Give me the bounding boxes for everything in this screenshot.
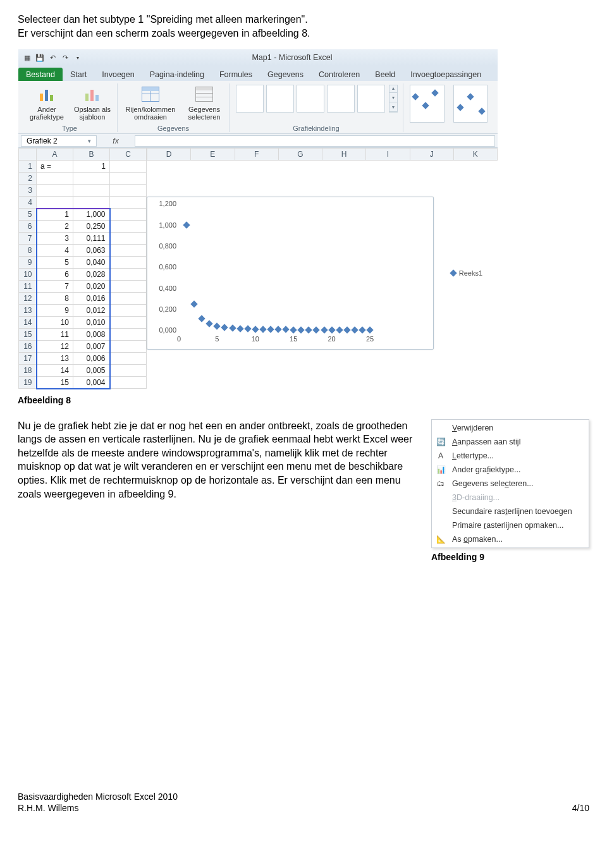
cell-C[interactable] — [110, 305, 147, 317]
col-C[interactable]: C — [110, 149, 147, 161]
cell-B[interactable]: 0,016 — [73, 293, 110, 305]
cell-C[interactable] — [110, 365, 147, 377]
context-menu-item[interactable]: 📐As opmaken... — [432, 532, 589, 546]
context-menu-item[interactable]: 🗂Gegevens selecteren... — [432, 477, 589, 491]
cell-A[interactable]: 11 — [37, 329, 73, 341]
chart-layout-tile[interactable] — [327, 85, 355, 113]
col-K[interactable]: K — [453, 149, 497, 161]
cell-A[interactable] — [37, 197, 73, 209]
cell-C[interactable] — [110, 221, 147, 233]
btn-ander-grafiektype[interactable]: Ander grafiektype — [27, 83, 66, 121]
cell-C[interactable] — [110, 185, 147, 197]
cell-A[interactable]: 1 — [37, 209, 73, 221]
cell-B[interactable]: 0,020 — [73, 281, 110, 293]
cell-B[interactable]: 1,000 — [73, 209, 110, 221]
cell-B[interactable]: 0,006 — [73, 353, 110, 365]
cell-A[interactable]: 7 — [37, 281, 73, 293]
cell-A[interactable]: 5 — [37, 257, 73, 269]
row-header[interactable]: 8 — [19, 245, 37, 257]
cell-A[interactable]: 10 — [37, 317, 73, 329]
row-header[interactable]: 4 — [19, 197, 37, 209]
cell-C[interactable] — [110, 293, 147, 305]
col-E[interactable]: E — [191, 149, 235, 161]
cell-B[interactable]: 0,250 — [73, 221, 110, 233]
tab-gegevens[interactable]: Gegevens — [260, 68, 311, 81]
qat-dropdown-icon[interactable]: ▾ — [73, 52, 83, 63]
col-H[interactable]: H — [322, 149, 366, 161]
chart-layout-tile[interactable] — [236, 85, 264, 113]
row-header[interactable]: 12 — [19, 293, 37, 305]
cell-C[interactable] — [110, 173, 147, 185]
col-J[interactable]: J — [410, 149, 453, 161]
cell-A[interactable] — [37, 173, 73, 185]
btn-gegevens-selecteren[interactable]: Gegevens selecteren — [185, 83, 224, 121]
row-header[interactable]: 13 — [19, 305, 37, 317]
tab-beeld[interactable]: Beeld — [367, 68, 403, 81]
cell-B[interactable]: 0,028 — [73, 269, 110, 281]
row-header[interactable]: 17 — [19, 353, 37, 365]
cell-B[interactable]: 0,111 — [73, 233, 110, 245]
chart-layout-tile[interactable] — [357, 85, 385, 113]
cell-A[interactable] — [37, 185, 73, 197]
col-F[interactable]: F — [235, 149, 278, 161]
context-menu-item[interactable]: Verwijderen — [432, 421, 589, 435]
row-header[interactable]: 14 — [19, 317, 37, 329]
row-header[interactable]: 9 — [19, 257, 37, 269]
gallery-scroll[interactable]: ▴▾▾ — [389, 85, 398, 113]
chart-style-preview[interactable] — [410, 85, 445, 123]
save-icon[interactable]: 💾 — [35, 52, 45, 63]
cell-B[interactable]: 0,010 — [73, 317, 110, 329]
cell-A[interactable]: 6 — [37, 269, 73, 281]
cell-C[interactable] — [110, 197, 147, 209]
col-D[interactable]: D — [147, 149, 191, 161]
tab-controleren[interactable]: Controleren — [311, 68, 367, 81]
undo-icon[interactable]: ↶ — [47, 52, 58, 63]
cell-B[interactable] — [73, 197, 110, 209]
cell-A[interactable]: 12 — [37, 341, 73, 353]
name-box[interactable]: Grafiek 2 ▾ — [21, 135, 97, 147]
col-I[interactable]: I — [366, 149, 410, 161]
context-menu-item[interactable]: Primaire rasterlijnen opmaken... — [432, 518, 589, 532]
embedded-chart[interactable]: 0,0000,2000,4000,6000,8001,0001,20005101… — [147, 197, 434, 350]
redo-icon[interactable]: ↷ — [60, 52, 70, 63]
cell-B[interactable]: 0,012 — [73, 305, 110, 317]
tab-invoegen[interactable]: Invoegen — [94, 68, 142, 81]
cell-C[interactable] — [110, 161, 147, 173]
select-all-corner[interactable] — [19, 149, 37, 161]
cell-C[interactable] — [110, 233, 147, 245]
context-menu-item[interactable]: 🔄Aanpassen aan stijl — [432, 435, 589, 449]
cell-C[interactable] — [110, 377, 147, 389]
cell-B[interactable]: 1 — [73, 161, 110, 173]
cell-B[interactable]: 0,007 — [73, 341, 110, 353]
tab-pagina-indeling[interactable]: Pagina-indeling — [142, 68, 212, 81]
context-menu-item[interactable]: Secundaire rasterlijnen toevoegen — [432, 504, 589, 518]
cell-A[interactable]: 15 — [37, 377, 73, 389]
chart-layout-tile[interactable] — [266, 85, 294, 113]
context-menu-item[interactable]: 📊Ander grafiektype... — [432, 463, 589, 477]
row-header[interactable]: 6 — [19, 221, 37, 233]
cell-A[interactable]: 3 — [37, 233, 73, 245]
cell-C[interactable] — [110, 329, 147, 341]
cell-B[interactable]: 0,040 — [73, 257, 110, 269]
row-header[interactable]: 2 — [19, 173, 37, 185]
btn-rijen-kolommen[interactable]: Rijen/kolommen omdraaien — [123, 83, 178, 121]
cell-B[interactable] — [73, 185, 110, 197]
cell-C[interactable] — [110, 257, 147, 269]
cell-B[interactable] — [73, 173, 110, 185]
cell-C[interactable] — [110, 353, 147, 365]
row-header[interactable]: 5 — [19, 209, 37, 221]
cell-C[interactable] — [110, 317, 147, 329]
btn-opslaan-sjabloon[interactable]: Opslaan als sjabloon — [73, 83, 112, 121]
cell-A[interactable]: 8 — [37, 293, 73, 305]
cell-A[interactable]: 2 — [37, 221, 73, 233]
cell-C[interactable] — [110, 209, 147, 221]
cell-C[interactable] — [110, 281, 147, 293]
tab-invoegtoep[interactable]: Invoegtoepassingen — [403, 68, 489, 81]
cell-B[interactable]: 0,004 — [73, 377, 110, 389]
cell-B[interactable]: 0,008 — [73, 329, 110, 341]
tab-start[interactable]: Start — [63, 68, 94, 81]
col-A[interactable]: A — [37, 149, 73, 161]
cell-A[interactable]: 14 — [37, 365, 73, 377]
row-header[interactable]: 11 — [19, 281, 37, 293]
row-header[interactable]: 1 — [19, 161, 37, 173]
